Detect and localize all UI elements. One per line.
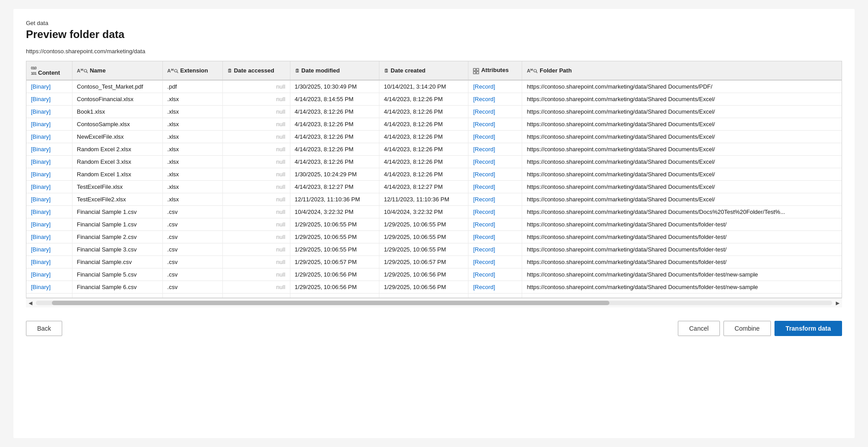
col-label-folder_path: Folder Path: [540, 67, 572, 74]
cell-date-created-16: 1/29/2025, 10:06:56 PM: [379, 281, 468, 294]
cell-attributes-16[interactable]: [Record]: [468, 281, 522, 294]
cell-date-accessed-7: null: [222, 168, 290, 181]
cell-content-9[interactable]: [Binary]: [26, 193, 72, 206]
cell-folder-path-5: https://contoso.sharepoint.com/marketing…: [522, 143, 842, 156]
text-icon: Aᴹ: [167, 68, 179, 74]
cell-content-13[interactable]: [Binary]: [26, 243, 72, 256]
cell-name-8: TestExcelFile.xlsx: [72, 181, 162, 193]
cell-content-3[interactable]: [Binary]: [26, 118, 72, 131]
col-header-content: 010101Content: [26, 61, 72, 80]
cell-attributes-7[interactable]: [Record]: [468, 168, 522, 181]
cell-attributes-14[interactable]: [Record]: [468, 256, 522, 268]
cell-attributes-9[interactable]: [Record]: [468, 193, 522, 206]
svg-line-1: [86, 72, 88, 73]
scroll-right-arrow[interactable]: ▶: [833, 299, 842, 307]
cell-content-2[interactable]: [Binary]: [26, 106, 72, 118]
cell-extension-10: .csv: [162, 206, 222, 218]
cell-date-accessed-5: null: [222, 143, 290, 156]
cell-content-0[interactable]: [Binary]: [26, 80, 72, 93]
cell-extension-7: .xlsx: [162, 168, 222, 181]
table-row: [Binary]Financial Sample 3.csv.csvnull1/…: [26, 243, 842, 256]
cell-extension-11: .csv: [162, 218, 222, 231]
grid-icon: [473, 68, 479, 74]
cell-date-created-9: 12/11/2023, 11:10:36 PM: [379, 193, 468, 206]
cell-attributes-1[interactable]: [Record]: [468, 93, 522, 106]
cell-date-accessed-6: null: [222, 156, 290, 168]
cell-attributes-6[interactable]: [Record]: [468, 156, 522, 168]
col-header-attributes: Attributes: [468, 61, 522, 80]
cell-attributes-12[interactable]: [Record]: [468, 231, 522, 243]
cell-date-modified-0: 1/30/2025, 10:30:49 PM: [290, 80, 379, 93]
cell-content-1[interactable]: [Binary]: [26, 93, 72, 106]
cell-content-4[interactable]: [Binary]: [26, 131, 72, 143]
col-label-attributes: Attributes: [481, 67, 508, 73]
cell-attributes-5[interactable]: [Record]: [468, 143, 522, 156]
cell-name-10: Financial Sample 1.csv: [72, 206, 162, 218]
cell-content-14[interactable]: [Binary]: [26, 256, 72, 268]
cell-folder-path-15: https://contoso.sharepoint.com/marketing…: [522, 268, 842, 281]
cell-content-12[interactable]: [Binary]: [26, 231, 72, 243]
svg-line-9: [536, 72, 538, 73]
calendar-icon: 🗓: [227, 68, 232, 73]
cell-name-0: Contoso_Test_Market.pdf: [72, 80, 162, 93]
combine-button[interactable]: Combine: [723, 321, 771, 336]
cell-content-16[interactable]: [Binary]: [26, 281, 72, 294]
cell-attributes-15[interactable]: [Record]: [468, 268, 522, 281]
table-row: [Binary]Random Excel 3.xlsx.xlsxnull4/14…: [26, 156, 842, 168]
back-button[interactable]: Back: [26, 321, 62, 336]
col-header-date_modified: 🗓Date modified: [290, 61, 379, 80]
table-row: [Binary]Financial Sample 1.csv.csvnull10…: [26, 206, 842, 218]
cell-attributes-13[interactable]: [Record]: [468, 243, 522, 256]
table-row: [Binary]Financial Sample.csv.csvnull1/29…: [26, 256, 842, 268]
svg-rect-6: [473, 72, 476, 74]
cell-attributes-4[interactable]: [Record]: [468, 131, 522, 143]
footer: Back Cancel Combine Transform data: [26, 316, 842, 336]
cell-date-modified-16: 1/29/2025, 10:06:56 PM: [290, 281, 379, 294]
cell-date-created-0: 10/14/2021, 3:14:20 PM: [379, 80, 468, 93]
cell-content-6[interactable]: [Binary]: [26, 156, 72, 168]
cell-date-created-15: 1/29/2025, 10:06:56 PM: [379, 268, 468, 281]
cancel-button[interactable]: Cancel: [678, 321, 720, 336]
horizontal-scrollbar[interactable]: ◀ ▶: [26, 298, 842, 307]
table-row: [Binary]ContosoSample.xlsx.xlsxnull4/14/…: [26, 118, 842, 131]
cell-name-14: Financial Sample.csv: [72, 256, 162, 268]
cell-date-modified-7: 1/30/2025, 10:24:29 PM: [290, 168, 379, 181]
horizontal-scrollbar-track[interactable]: [36, 301, 832, 305]
cell-date-modified-2: 4/14/2023, 8:12:26 PM: [290, 106, 379, 118]
cell-date-modified-17: 1/29/2025, 10:06:57 PM: [290, 294, 379, 298]
cell-extension-16: .csv: [162, 281, 222, 294]
cell-content-8[interactable]: [Binary]: [26, 181, 72, 193]
svg-rect-5: [477, 68, 479, 71]
cell-attributes-10[interactable]: [Record]: [468, 206, 522, 218]
cell-date-created-7: 4/14/2023, 8:12:26 PM: [379, 168, 468, 181]
cell-content-17[interactable]: [Binary]: [26, 294, 72, 298]
col-label-content: Content: [38, 69, 60, 76]
cell-folder-path-1: https://contoso.sharepoint.com/marketing…: [522, 93, 842, 106]
cell-date-accessed-14: null: [222, 256, 290, 268]
cell-extension-5: .xlsx: [162, 143, 222, 156]
cell-content-15[interactable]: [Binary]: [26, 268, 72, 281]
cell-date-accessed-0: null: [222, 80, 290, 93]
cell-attributes-0[interactable]: [Record]: [468, 80, 522, 93]
cell-attributes-11[interactable]: [Record]: [468, 218, 522, 231]
cell-extension-3: .xlsx: [162, 118, 222, 131]
cell-attributes-8[interactable]: [Record]: [468, 181, 522, 193]
transform-data-button[interactable]: Transform data: [774, 321, 842, 336]
cell-name-2: Book1.xlsx: [72, 106, 162, 118]
cell-extension-9: .xlsx: [162, 193, 222, 206]
scroll-left-arrow[interactable]: ◀: [26, 299, 35, 307]
cell-attributes-2[interactable]: [Record]: [468, 106, 522, 118]
cell-attributes-17[interactable]: [Record]: [468, 294, 522, 298]
cell-attributes-3[interactable]: [Record]: [468, 118, 522, 131]
cell-content-7[interactable]: [Binary]: [26, 168, 72, 181]
svg-rect-7: [477, 72, 479, 74]
table-row: [Binary]Book1.xlsx.xlsxnull4/14/2023, 8:…: [26, 106, 842, 118]
text-icon: Aᴹ: [77, 68, 88, 74]
cell-content-11[interactable]: [Binary]: [26, 218, 72, 231]
table-row: [Binary]Random Excel 2.xlsx.xlsxnull4/14…: [26, 143, 842, 156]
horizontal-scrollbar-thumb: [52, 301, 609, 305]
cell-content-10[interactable]: [Binary]: [26, 206, 72, 218]
cell-content-5[interactable]: [Binary]: [26, 143, 72, 156]
svg-point-2: [174, 69, 177, 72]
cell-extension-4: .xlsx: [162, 131, 222, 143]
